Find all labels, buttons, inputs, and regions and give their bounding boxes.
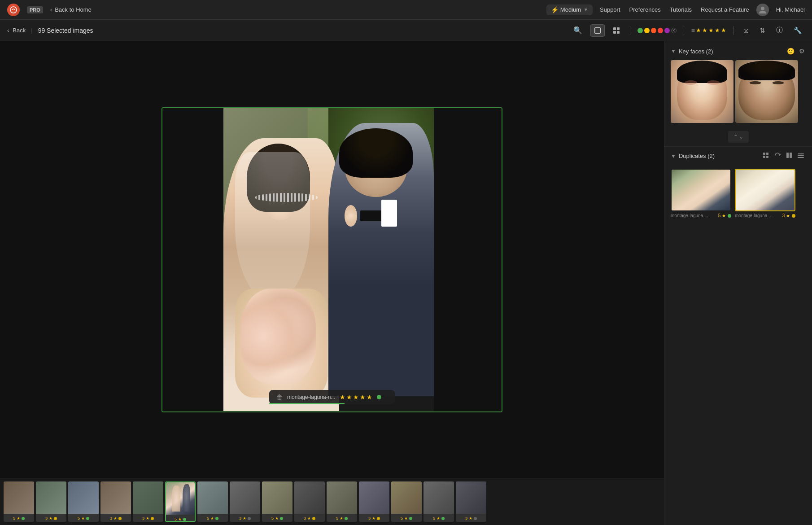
orange-label-dot[interactable] (651, 28, 656, 33)
back-to-home-link[interactable]: ‹ Back to Home (50, 6, 92, 13)
sort-icon: ⇅ (760, 26, 765, 35)
image-viewer: 🗑 montage-laguna-n... ★ ★ ★ ★ ★ (0, 41, 664, 478)
star-icon: ★ (49, 516, 52, 521)
green-label-dot[interactable] (637, 28, 643, 33)
scroll-up-down-button[interactable]: ⌃ ⌄ (728, 131, 749, 143)
svg-rect-3 (613, 27, 616, 30)
duplicates-chevron[interactable]: ▼ (671, 153, 676, 159)
filmstrip-thumb-6-active[interactable]: 5 ★ (165, 481, 196, 522)
list-dup-btn[interactable] (796, 151, 806, 161)
star-2[interactable]: ★ (346, 394, 352, 401)
refresh-dup-btn[interactable] (773, 151, 782, 161)
svg-rect-15 (798, 155, 804, 156)
request-feature-link[interactable]: Request a Feature (701, 6, 749, 13)
filmstrip-thumb-9[interactable]: 5 ★ (262, 481, 292, 522)
compare-dup-btn[interactable] (784, 151, 794, 161)
preferences-link[interactable]: Preferences (629, 6, 661, 13)
top-navigation: PRO ‹ Back to Home ⚡ Medium ▼ Support Pr… (0, 0, 812, 20)
scroll-controls: ⌃ ⌄ (664, 129, 812, 146)
duplicates-grid: montage-laguna-... 5 ★ montage-laguna-..… (664, 165, 812, 224)
key-faces-title: Key faces (2) (679, 48, 783, 55)
filmstrip-thumb-5[interactable]: 3 ★ (133, 481, 163, 522)
purple-label-dot[interactable] (664, 28, 670, 33)
emoji-button[interactable]: 🙂 (786, 47, 795, 56)
hi-username-label: Hi, Michael (776, 6, 805, 13)
dup-filename-2: montage-laguna-... (735, 213, 781, 218)
dup-filename-1: montage-laguna-... (671, 213, 716, 218)
filmstrip-thumb-8[interactable]: 3 ★ (230, 481, 260, 522)
star-1[interactable]: ★ (696, 27, 701, 34)
svg-rect-2 (595, 28, 600, 33)
filmstrip-thumb-2[interactable]: 3 ★ (36, 481, 66, 522)
filmstrip-thumb-1[interactable]: 5 ★ (4, 481, 34, 522)
speed-selector[interactable]: ⚡ Medium ▼ (546, 4, 593, 15)
grid-view-dup-btn[interactable] (761, 151, 771, 161)
filmstrip-thumb-12[interactable]: 3 ★ (359, 481, 389, 522)
duplicate-thumb-2[interactable]: montage-laguna-... 3 ★ (735, 169, 795, 218)
support-link[interactable]: Support (600, 6, 620, 13)
star-3[interactable]: ★ (353, 394, 359, 401)
tutorials-link[interactable]: Tutorials (670, 6, 692, 13)
image-star-rating[interactable]: ★ ★ ★ ★ ★ (340, 394, 372, 401)
star-4[interactable]: ★ (715, 27, 720, 34)
back-label: Back (13, 27, 26, 34)
svg-rect-9 (766, 153, 768, 155)
star-icon: ★ (178, 517, 182, 521)
yellow-label-dot[interactable] (644, 28, 650, 33)
image-filename-label: montage-laguna-n... (287, 394, 335, 400)
dup-img-frame-2 (735, 169, 795, 211)
duplicates-title: Duplicates (2) (679, 153, 758, 159)
filter-button[interactable]: ⧖ (741, 25, 751, 36)
star-1[interactable]: ★ (340, 394, 345, 401)
thumb-info-1: 5 ★ (4, 514, 34, 522)
sort-button[interactable]: ⇅ (757, 25, 768, 36)
tools-button[interactable]: 🔧 (791, 25, 805, 36)
color-label-filters: ✕ (637, 28, 677, 33)
key-faces-actions: 🙂 ⚙ (786, 47, 806, 56)
star-rating-filter[interactable]: ≡ ★ ★ ★ ★ ★ (691, 27, 726, 34)
svg-rect-6 (617, 31, 620, 34)
thumb-dot (151, 517, 154, 520)
svg-rect-12 (786, 153, 789, 158)
star-3[interactable]: ★ (708, 27, 714, 34)
back-button[interactable]: ‹ Back (7, 27, 26, 34)
viewer-panel: 🗑 montage-laguna-n... ★ ★ ★ ★ ★ (0, 41, 664, 525)
image-color-label[interactable] (377, 395, 381, 399)
single-view-button[interactable] (590, 24, 605, 37)
key-faces-chevron[interactable]: ▼ (671, 48, 676, 54)
filmstrip-thumb-10[interactable]: 3 ★ (294, 481, 325, 522)
svg-rect-16 (798, 157, 804, 158)
star-5[interactable]: ★ (367, 394, 372, 401)
filmstrip-thumb-15[interactable]: 3 ★ (456, 481, 486, 522)
grid-view-button[interactable] (610, 25, 623, 36)
duplicate-thumb-1[interactable]: montage-laguna-... 5 ★ (671, 169, 731, 218)
zoom-button[interactable]: 🔍 (571, 24, 585, 36)
star-4[interactable]: ★ (360, 394, 366, 401)
dup-dot-2 (792, 214, 795, 218)
dup-rating-1: 5 ★ (718, 213, 726, 218)
key-face-groom[interactable] (735, 60, 798, 123)
filmstrip-thumb-4[interactable]: 3 ★ (100, 481, 131, 522)
dup-img-frame-1 (671, 169, 731, 211)
star-icon: ★ (81, 516, 85, 521)
info-icon: ⓘ (776, 26, 783, 35)
thumb-star: 3 (45, 516, 48, 521)
info-button[interactable]: ⓘ (773, 24, 786, 36)
red-label-dot[interactable] (658, 28, 663, 33)
trash-icon[interactable]: 🗑 (276, 394, 283, 401)
star-2[interactable]: ★ (702, 27, 707, 34)
filmstrip-thumb-14[interactable]: 5 ★ (423, 481, 454, 522)
filmstrip-thumb-3[interactable]: 5 ★ (68, 481, 99, 522)
filmstrip-thumb-7[interactable]: 5 ★ (197, 481, 228, 522)
settings-icon-button[interactable]: ⚙ (798, 47, 806, 56)
no-label-dot[interactable]: ✕ (671, 28, 677, 33)
thumb-star: 3 (110, 516, 112, 521)
filmstrip-thumb-13[interactable]: 5 ★ (391, 481, 422, 522)
main-toolbar: ‹ Back | 99 Selected images 🔍 ✕ ≡ ★ ★ ★ (0, 20, 812, 41)
lightning-icon: ⚡ (551, 6, 559, 13)
user-avatar[interactable] (756, 4, 769, 16)
filmstrip-thumb-11[interactable]: 5 ★ (327, 481, 357, 522)
key-faces-grid (664, 60, 812, 129)
key-face-bride[interactable] (671, 60, 733, 123)
star-5[interactable]: ★ (721, 27, 726, 34)
